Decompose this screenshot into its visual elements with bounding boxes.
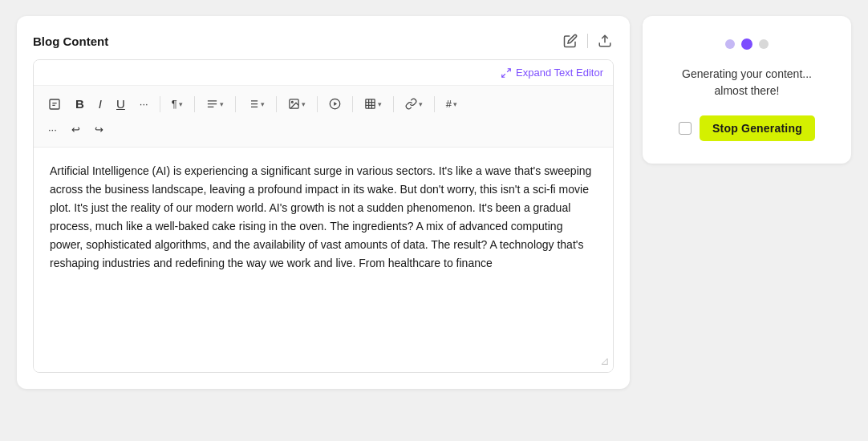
- italic-btn[interactable]: I: [92, 92, 108, 115]
- share-icon-button[interactable]: [596, 32, 614, 50]
- svg-marker-18: [334, 102, 337, 106]
- toolbar-sep-2: [194, 96, 195, 112]
- header-divider: [587, 34, 588, 48]
- underline-btn[interactable]: U: [110, 92, 132, 115]
- redo-btn[interactable]: ↪: [88, 119, 110, 140]
- loading-dots: [725, 38, 769, 50]
- list-btn[interactable]: ▾: [241, 93, 271, 115]
- svg-rect-3: [50, 99, 59, 109]
- panel-header: Blog Content: [33, 32, 614, 50]
- svg-line-2: [502, 74, 505, 77]
- generating-text: Generating your content... almost there!: [682, 66, 812, 99]
- stop-row: Stop Generating: [679, 115, 815, 141]
- blog-content-panel: Blog Content: [17, 16, 630, 389]
- stop-checkbox[interactable]: [679, 122, 692, 135]
- dot-left: [725, 39, 735, 49]
- undo-btn[interactable]: ↩: [65, 119, 87, 140]
- svg-point-16: [291, 101, 293, 103]
- toolbar-row-2: ··· ↩ ↪: [42, 119, 605, 140]
- more-btn-1[interactable]: ···: [133, 93, 155, 115]
- panel-title: Blog Content: [33, 34, 108, 48]
- align-btn[interactable]: ▾: [200, 93, 230, 115]
- edit-icon-button[interactable]: [562, 32, 579, 50]
- header-icons: [562, 32, 614, 50]
- textbox-btn[interactable]: [42, 93, 67, 115]
- toolbar-row-1: B I U ··· ¶ ▾ ▾: [42, 92, 605, 115]
- stop-generating-button[interactable]: Stop Generating: [700, 115, 815, 141]
- generating-panel: Generating your content... almost there!…: [643, 16, 851, 164]
- bold-btn[interactable]: B: [69, 92, 91, 115]
- toolbar-sep-6: [352, 96, 353, 112]
- svg-rect-19: [366, 99, 375, 108]
- dot-right: [759, 39, 769, 49]
- content-text: Artificial Intelligence (AI) is experien…: [50, 162, 597, 273]
- toolbar-sep-3: [235, 96, 236, 112]
- toolbar-sep-1: [160, 96, 160, 112]
- toolbar-sep-8: [434, 96, 435, 112]
- toolbar-sep-4: [276, 96, 277, 112]
- link-btn[interactable]: ▾: [399, 93, 429, 115]
- image-btn[interactable]: ▾: [282, 93, 312, 115]
- hash-btn[interactable]: # ▾: [440, 93, 464, 115]
- dot-center: [741, 38, 752, 50]
- toolbar-sep-7: [393, 96, 394, 112]
- paragraph-btn[interactable]: ¶ ▾: [165, 93, 189, 115]
- toolbar: B I U ··· ¶ ▾ ▾: [34, 86, 613, 148]
- resize-handle[interactable]: ⊿: [600, 352, 610, 370]
- more-btn-2[interactable]: ···: [42, 119, 63, 140]
- svg-line-1: [507, 68, 510, 71]
- expand-bar: Expand Text Editor: [34, 60, 613, 86]
- text-content-area[interactable]: Artificial Intelligence (AI) is experien…: [34, 148, 613, 372]
- table-btn[interactable]: ▾: [358, 93, 388, 115]
- editor-container: Expand Text Editor B I U: [33, 59, 614, 373]
- toolbar-sep-5: [317, 96, 318, 112]
- video-btn[interactable]: [322, 93, 347, 115]
- expand-text-editor-button[interactable]: Expand Text Editor: [501, 67, 603, 79]
